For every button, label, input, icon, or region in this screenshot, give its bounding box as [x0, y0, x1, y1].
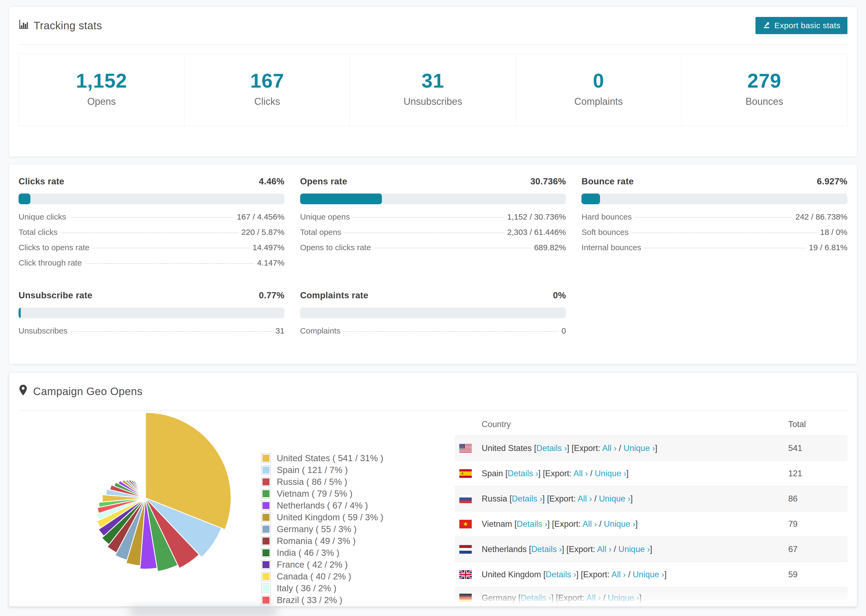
row-total: 541: [788, 443, 847, 453]
bottom-shadow-artifact: [129, 607, 277, 616]
legend-item[interactable]: Vietnam ( 79 / 5% ): [261, 488, 383, 500]
export-unique-link[interactable]: Unique ›: [618, 545, 650, 554]
export-all-link[interactable]: All ›: [573, 469, 587, 478]
export-all-link[interactable]: All ›: [583, 519, 597, 529]
legend-swatch: [261, 453, 271, 463]
export-basic-stats-button[interactable]: Export basic stats: [756, 17, 847, 34]
opens-rate-value: 30.736%: [531, 176, 566, 187]
geo-opens-header: Campaign Geo Opens: [19, 372, 847, 411]
bar-chart-icon: [19, 19, 29, 32]
clicks-rate-title: Clicks rate: [19, 176, 64, 187]
legend-item[interactable]: South Africa ( 29 / 2% ): [261, 606, 383, 607]
export-all-link[interactable]: All ›: [611, 570, 625, 579]
stat-bounces: 279 Bounces: [682, 54, 847, 126]
details-link[interactable]: Details ›: [508, 469, 538, 478]
country-flag-icon: [459, 545, 472, 554]
tracking-stats-card: Tracking stats Export basic stats 1,152 …: [9, 6, 857, 157]
legend-swatch: [261, 477, 271, 487]
legend-item[interactable]: Romania ( 49 / 3% ): [261, 535, 383, 547]
export-all-link[interactable]: All ›: [602, 443, 616, 453]
details-link[interactable]: Details ›: [512, 494, 542, 503]
complaints-rate-bar: [300, 308, 566, 318]
total-column-header: Total: [788, 420, 847, 429]
details-link[interactable]: Details ›: [536, 443, 567, 453]
country-flag-icon: [459, 444, 472, 453]
legend-item[interactable]: Italy ( 36 / 2% ): [261, 582, 383, 594]
stat-bounces-value: 279: [682, 69, 847, 92]
stat-complaints-value: 0: [516, 69, 681, 92]
complaints-rate-panel: Complaints rate 0% Complaints0: [300, 290, 566, 342]
export-unique-link[interactable]: Unique ›: [599, 494, 630, 503]
table-row: United States [Details ›] [Export: All ›…: [455, 435, 847, 460]
export-unique-link[interactable]: Unique ›: [595, 469, 626, 478]
legend-item[interactable]: Spain ( 121 / 7% ): [261, 464, 383, 476]
stat-unsubscribes-value: 31: [350, 69, 516, 92]
row-total: 59: [788, 570, 847, 580]
legend-swatch: [261, 560, 271, 569]
clicks-rate-panel: Clicks rate 4.46% Unique clicks167 / 4.4…: [19, 176, 285, 273]
legend-item[interactable]: Germany ( 55 / 3% ): [261, 523, 383, 535]
export-unique-link[interactable]: Unique ›: [633, 570, 664, 579]
details-link[interactable]: Details ›: [546, 570, 576, 579]
export-all-link[interactable]: All ›: [586, 593, 601, 603]
rates-card: Clicks rate 4.46% Unique clicks167 / 4.4…: [9, 164, 857, 364]
legend-swatch: [261, 501, 271, 511]
legend-item[interactable]: Canada ( 40 / 2% ): [261, 570, 383, 582]
legend-item[interactable]: Brazil ( 33 / 2% ): [261, 594, 383, 606]
table-row: Germany [Details ›] [Export: All › / Uni…: [455, 587, 847, 607]
unsubscribe-rate-value: 0.77%: [259, 290, 285, 300]
stat-clicks: 167 Clicks: [184, 54, 350, 126]
export-unique-link[interactable]: Unique ›: [624, 443, 655, 453]
table-row: United Kingdom [Details ›] [Export: All …: [455, 562, 847, 587]
export-unique-link[interactable]: Unique ›: [608, 593, 639, 603]
stat-row: Clicks to opens rate14.497%: [19, 243, 285, 258]
unsubscribe-rate-title: Unsubscribe rate: [19, 290, 92, 300]
stat-row: Complaints0: [300, 326, 566, 342]
export-unique-link[interactable]: Unique ›: [604, 519, 635, 529]
table-header: Country Total: [455, 413, 847, 435]
details-link[interactable]: Details ›: [531, 545, 562, 554]
complaints-rate-title: Complaints rate: [300, 290, 368, 300]
stat-opens-value: 1,152: [19, 69, 184, 92]
stat-complaints: 0 Complaints: [516, 54, 682, 126]
stat-row: Soft bounces18 / 0%: [581, 228, 847, 243]
country-column-header: Country: [455, 420, 788, 429]
legend-item[interactable]: India ( 46 / 3% ): [261, 547, 383, 559]
country-flag-icon: [459, 469, 472, 478]
country-flag-icon: [459, 495, 472, 503]
stat-unsubscribes: 31 Unsubscribes: [350, 54, 516, 126]
bounce-rate-bar: [581, 193, 847, 204]
stat-opens: 1,152 Opens: [19, 54, 184, 126]
bounce-rate-value: 6.927%: [817, 176, 847, 187]
country-flag-icon: [459, 594, 472, 602]
legend-item[interactable]: Russia ( 86 / 5% ): [261, 476, 383, 488]
stat-row: Hard bounces242 / 86.738%: [581, 212, 847, 228]
legend-item[interactable]: United Kingdom ( 59 / 3% ): [261, 511, 383, 523]
stat-row: Unique clicks167 / 4.456%: [19, 212, 285, 228]
legend-item[interactable]: France ( 42 / 2% ): [261, 559, 383, 570]
export-all-link[interactable]: All ›: [597, 545, 611, 554]
details-link[interactable]: Details ›: [521, 593, 551, 603]
opens-rate-title: Opens rate: [300, 176, 347, 187]
legend-item[interactable]: United States ( 541 / 31% ): [261, 452, 383, 464]
legend-swatch: [261, 548, 271, 558]
legend-swatch: [261, 524, 271, 534]
clicks-rate-value: 4.46%: [259, 176, 285, 187]
stat-row: Opens to clicks rate689.82%: [300, 243, 566, 258]
bounce-rate-title: Bounce rate: [581, 176, 634, 187]
bounce-rate-panel: Bounce rate 6.927% Hard bounces242 / 86.…: [581, 176, 847, 273]
details-link[interactable]: Details ›: [516, 519, 547, 529]
legend-swatch: [261, 489, 271, 498]
row-total: 79: [788, 519, 847, 529]
unsubscribe-rate-bar: [19, 308, 285, 318]
map-pin-icon: [19, 384, 28, 399]
table-row: Spain [Details ›] [Export: All › / Uniqu…: [455, 460, 847, 486]
country-flag-icon: [459, 520, 472, 528]
geo-opens-pie-chart[interactable]: [54, 407, 237, 589]
complaints-rate-value: 0%: [553, 290, 566, 300]
export-all-link[interactable]: All ›: [578, 494, 592, 503]
stat-row: Internal bounces19 / 6.81%: [581, 243, 847, 258]
table-row: Netherlands [Details ›] [Export: All › /…: [455, 536, 847, 562]
legend-item[interactable]: Netherlands ( 67 / 4% ): [261, 500, 383, 511]
table-row: Vietnam [Details ›] [Export: All › / Uni…: [455, 511, 847, 536]
